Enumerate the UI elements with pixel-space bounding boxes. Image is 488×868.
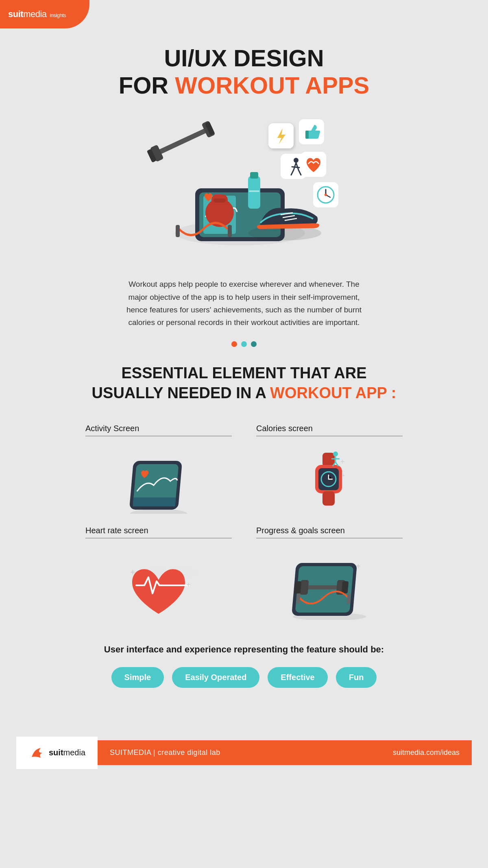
dot-1 — [231, 341, 237, 347]
main-title-block: UI/UX DESIGN FOR WORKOUT APPS — [0, 45, 488, 99]
element-progress-label: Progress & goals screen — [256, 526, 403, 539]
logo-bold: suit — [8, 9, 23, 19]
title-line1: UI/UX DESIGN — [164, 45, 324, 71]
svg-point-31 — [325, 194, 327, 196]
footer-tagline: SUITMEDIA | creative digital lab — [110, 748, 220, 757]
footer-brand-light: media — [63, 748, 85, 757]
badge-fun: Fun — [336, 667, 377, 688]
hero-illustration — [142, 111, 346, 266]
title-line2-orange: WORKOUT APPS — [175, 72, 369, 98]
logo-sub: insights — [50, 12, 66, 18]
badge-easily-operated: Easily Operated — [172, 667, 259, 688]
logo-light: media — [23, 9, 46, 19]
badge-effective: Effective — [268, 667, 327, 688]
section-heading: ESSENTIAL ELEMENT THAT ARE USUALLY NEEDE… — [33, 363, 455, 403]
title-line2-normal: FOR — [119, 72, 175, 98]
footer-brand-bold: suit — [49, 748, 63, 757]
footer-logo-text: suitmedia — [49, 748, 85, 757]
svg-rect-41 — [322, 491, 335, 506]
header-bar: suitmedia insights — [0, 0, 89, 28]
section-title-block: ESSENTIAL ELEMENT THAT ARE USUALLY NEEDE… — [0, 363, 488, 403]
element-calories-label: Calories screen — [256, 424, 403, 436]
element-activity-image — [85, 445, 232, 518]
title-heading: UI/UX DESIGN FOR WORKOUT APPS — [33, 45, 455, 99]
dot-3 — [251, 341, 257, 347]
svg-point-43 — [333, 451, 338, 456]
section-line1: ESSENTIAL ELEMENT THAT ARE — [121, 364, 366, 382]
svg-rect-37 — [133, 497, 176, 506]
svg-rect-57 — [294, 581, 302, 593]
svg-rect-13 — [250, 172, 258, 179]
svg-rect-59 — [342, 581, 349, 593]
element-heartrate: Heart rate screen + + — [85, 526, 232, 620]
svg-rect-4 — [158, 128, 208, 155]
description-text: Workout apps help people to exercise whe… — [106, 278, 382, 329]
svg-text:+: + — [356, 562, 361, 571]
svg-rect-33 — [228, 225, 232, 237]
header-logo: suitmedia insights — [8, 9, 66, 20]
element-activity-label: Activity Screen — [85, 424, 232, 436]
svg-point-26 — [294, 158, 298, 163]
footer-bird-icon — [28, 745, 45, 761]
svg-text:+: + — [340, 458, 345, 466]
elements-grid: Activity Screen — [61, 424, 427, 620]
svg-text:+: + — [342, 472, 345, 478]
element-calories: Calories screen — [256, 424, 403, 518]
section-line2-normal: USUALLY NEEDED IN A — [92, 384, 270, 401]
feature-intro-text: User interface and experience representi… — [24, 644, 464, 655]
svg-rect-14 — [249, 190, 259, 192]
element-progress: Progress & goals screen — [256, 526, 403, 620]
dot-2 — [241, 341, 247, 347]
footer-url: suitmedia.com/ideas — [393, 748, 460, 757]
element-heartrate-image: + + — [85, 547, 232, 620]
element-activity: Activity Screen — [85, 424, 232, 518]
feature-badges-container: Simple Easily Operated Effective Fun — [24, 667, 464, 688]
badge-simple: Simple — [111, 667, 164, 688]
footer: suitmedia SUITMEDIA | creative digital l… — [0, 737, 488, 769]
footer-logo-block: suitmedia — [16, 737, 98, 769]
svg-rect-23 — [305, 131, 309, 139]
svg-rect-11 — [214, 198, 226, 203]
dots-indicator — [0, 341, 488, 347]
svg-rect-32 — [176, 225, 180, 237]
hero-svg — [142, 111, 346, 266]
svg-text:+: + — [130, 567, 135, 577]
feature-section: User interface and experience representi… — [0, 644, 488, 688]
svg-text:+: + — [186, 581, 191, 589]
footer-bar: SUITMEDIA | creative digital lab suitmed… — [98, 740, 472, 765]
element-calories-image: + + — [256, 445, 403, 518]
element-heartrate-label: Heart rate screen — [85, 526, 232, 539]
element-progress-image: + — [256, 547, 403, 620]
svg-rect-12 — [248, 176, 260, 209]
section-line2-orange: WORKOUT APP : — [270, 384, 396, 401]
